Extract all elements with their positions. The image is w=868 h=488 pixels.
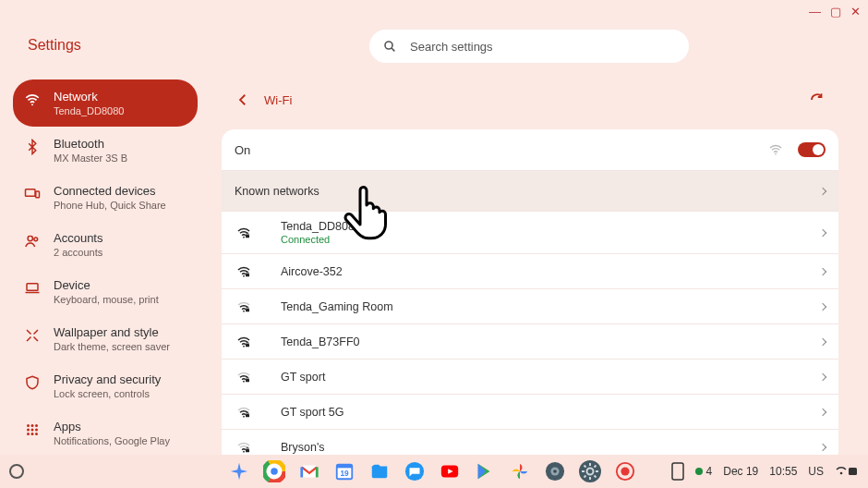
tray-status-icons[interactable] (835, 464, 859, 479)
svg-point-18 (775, 153, 777, 155)
chevron-right-icon (819, 302, 826, 310)
app-files[interactable] (368, 459, 392, 483)
app-camera[interactable] (543, 459, 567, 483)
svg-point-14 (27, 433, 30, 435)
wifi-signal-icon (236, 299, 251, 314)
devices-icon (24, 186, 41, 202)
svg-rect-4 (36, 191, 40, 198)
sidebar-item-bluetooth[interactable]: BluetoothMX Master 3S B (13, 127, 198, 174)
bluetooth-icon (24, 139, 41, 155)
network-ssid: GT sport 5G (281, 406, 344, 419)
wifi-signal-icon (236, 226, 251, 240)
network-row[interactable]: Tenda_DD8080 Connected (222, 211, 838, 253)
app-calendar[interactable]: 19 (332, 459, 356, 483)
svg-point-27 (243, 380, 245, 382)
wifi-toggle[interactable] (798, 142, 826, 157)
search-input[interactable] (410, 30, 676, 63)
network-status: Connected (281, 234, 361, 245)
sidebar-item-label: Accounts (54, 231, 102, 245)
tray-notifications[interactable]: 4 (695, 465, 713, 478)
network-row[interactable]: Tenda_Gaming Room (222, 288, 838, 323)
svg-line-54 (585, 466, 586, 468)
svg-rect-41 (337, 465, 353, 469)
sidebar-item-privacy[interactable]: Privacy and securityLock screen, control… (13, 362, 198, 409)
svg-point-16 (35, 433, 38, 435)
svg-point-5 (28, 236, 32, 240)
app-settings[interactable] (578, 459, 602, 483)
network-ssid: Aircove-352 (281, 265, 343, 278)
network-row[interactable]: Aircove-352 (222, 253, 838, 288)
svg-point-59 (621, 467, 629, 475)
chevron-right-icon (819, 267, 826, 274)
chevron-right-icon (819, 187, 826, 194)
svg-point-2 (31, 104, 33, 105)
svg-point-9 (31, 424, 34, 427)
apps-icon (24, 421, 41, 438)
wifi-signal-icon (236, 370, 251, 384)
search-bar[interactable] (369, 30, 689, 63)
sidebar-item-apps[interactable]: AppsNotifications, Google Play (13, 409, 198, 451)
chevron-right-icon (819, 372, 826, 380)
minimize-button[interactable]: — (809, 6, 821, 18)
page-title: Wi-Fi (264, 93, 292, 107)
wifi-signal-icon (236, 440, 251, 455)
sidebar-item-connected-devices[interactable]: Connected devicesPhone Hub, Quick Share (13, 174, 198, 221)
app-play[interactable] (473, 459, 497, 483)
sidebar-item-sub: Tenda_DD8080 (54, 105, 124, 116)
laptop-icon (24, 280, 41, 297)
maximize-button[interactable]: ▢ (830, 6, 841, 18)
app-gmail[interactable] (297, 459, 321, 483)
tray-time[interactable]: 10:55 (769, 465, 797, 478)
close-button[interactable]: ✕ (850, 6, 861, 18)
svg-point-23 (243, 310, 245, 311)
chevron-right-icon (819, 228, 826, 236)
svg-point-29 (243, 415, 245, 417)
sidebar-item-network[interactable]: NetworkTenda_DD8080 (13, 79, 198, 127)
svg-point-6 (34, 238, 38, 241)
svg-rect-30 (246, 414, 249, 417)
app-photos[interactable] (508, 459, 532, 483)
main-panel: Wi-Fi On Known networks Tenda_DD8080 Con… (222, 79, 838, 451)
network-ssid: Tenda_B73FF0 (281, 336, 359, 348)
wifi-icon (24, 92, 41, 108)
known-networks-label: Known networks (235, 185, 319, 198)
app-gemini[interactable] (227, 459, 251, 483)
svg-rect-39 (302, 466, 318, 478)
sidebar-item-accounts[interactable]: Accounts2 accounts (13, 221, 198, 268)
search-icon (382, 39, 397, 54)
sidebar-item-label: Wallpaper and style (54, 325, 170, 339)
tray-phone-icon[interactable] (671, 462, 684, 481)
network-row[interactable]: GT sport 5G (222, 394, 838, 429)
svg-point-47 (553, 470, 557, 473)
wifi-on-label: On (235, 143, 250, 157)
svg-rect-26 (246, 344, 249, 347)
known-networks-row[interactable]: Known networks (222, 170, 838, 211)
svg-rect-3 (26, 189, 36, 197)
tray-date[interactable]: Dec 19 (723, 465, 758, 478)
page-header: Wi-Fi (222, 79, 838, 120)
sidebar-item-label: Connected devices (54, 184, 166, 198)
svg-point-0 (385, 42, 392, 49)
sidebar-item-sub: Dark theme, screen saver (54, 341, 170, 352)
svg-point-12 (31, 429, 34, 432)
wifi-signal-icon (236, 405, 251, 420)
svg-rect-32 (246, 449, 249, 452)
sidebar-item-device[interactable]: DeviceKeyboard, mouse, print (13, 268, 198, 315)
network-ssid: GT sport (281, 371, 325, 384)
refresh-button[interactable] (809, 92, 826, 108)
sidebar-item-label: Apps (54, 420, 170, 433)
chevron-right-icon (819, 443, 826, 450)
app-chrome[interactable] (262, 459, 286, 483)
network-row[interactable]: GT sport (222, 359, 838, 394)
svg-point-61 (840, 472, 843, 475)
app-screenrec[interactable] (613, 459, 637, 483)
back-button[interactable] (235, 92, 251, 108)
tray-lang[interactable]: US (808, 465, 824, 478)
wifi-dim-icon (768, 142, 783, 157)
app-youtube[interactable] (438, 459, 462, 483)
network-row[interactable]: Tenda_B73FF0 (222, 323, 838, 359)
app-messages[interactable] (403, 459, 427, 483)
sidebar-item-wallpaper[interactable]: Wallpaper and styleDark theme, screen sa… (13, 315, 198, 362)
launcher-button[interactable] (9, 464, 24, 479)
accounts-icon (24, 233, 41, 250)
